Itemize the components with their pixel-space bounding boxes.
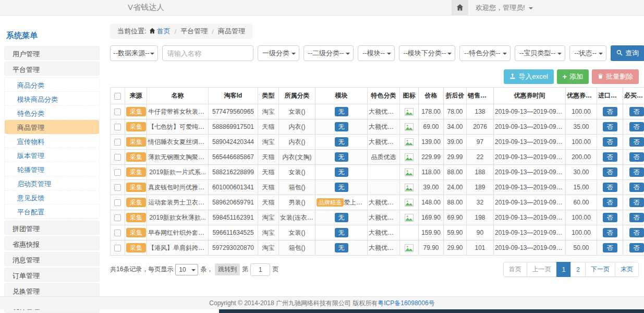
cell-module: 无	[315, 119, 368, 135]
sidebar-item-8[interactable]: 轮播管理	[5, 162, 99, 176]
filter-select-8[interactable]: --状态--	[569, 45, 606, 61]
filter-select-6[interactable]: --特色分类--	[459, 45, 510, 61]
row-checkbox[interactable]	[114, 109, 121, 115]
feature-category: 品质优选	[371, 153, 396, 161]
category: 箱包()	[289, 184, 306, 191]
cell-checkbox	[111, 180, 125, 195]
import-select-toggle[interactable]: 否	[603, 152, 617, 162]
must-buy-toggle[interactable]: 否	[629, 183, 644, 192]
name-search-input[interactable]	[162, 45, 253, 61]
plus-icon: +	[563, 73, 567, 81]
sidebar-item-9[interactable]: 启动页管理	[5, 176, 99, 190]
import-select-toggle[interactable]: 否	[603, 198, 617, 207]
filter-select-3[interactable]: --二级分类--	[303, 45, 354, 61]
filter-select-0[interactable]: --数据来源--	[110, 45, 158, 61]
cell-feature	[368, 165, 400, 180]
sidebar-item-2[interactable]: 商品分类	[5, 78, 99, 92]
sidebar-item-16[interactable]: 兑换管理	[4, 283, 100, 297]
sidebar-item-6[interactable]: 宣传物料	[5, 134, 99, 148]
cell-discount-price: 24.00	[444, 180, 467, 195]
sidebar-item-10[interactable]: 意见反馈	[5, 190, 99, 204]
row-checkbox[interactable]	[114, 154, 121, 161]
import-select-toggle[interactable]: 否	[603, 228, 617, 237]
filter-select-5[interactable]: --模块下分类--	[399, 45, 455, 61]
cell-icon	[400, 210, 419, 225]
import-select-toggle[interactable]: 否	[603, 243, 617, 252]
must-buy-toggle[interactable]: 否	[629, 152, 644, 162]
sidebar-item-5-active[interactable]: 商品管理	[5, 120, 99, 134]
source-badge: 采集	[126, 107, 146, 116]
cell-name: 早春网红针织外套女春...	[147, 225, 209, 240]
page-button-3[interactable]: 2	[570, 262, 586, 277]
must-buy-toggle[interactable]: 否	[629, 228, 644, 237]
jump-page-input[interactable]	[250, 263, 270, 276]
filter-select-4[interactable]: --模块--	[358, 45, 395, 61]
shop-type: 淘宝	[262, 229, 275, 236]
filter-select-7[interactable]: --宝贝类型--	[515, 45, 565, 61]
add-button[interactable]: + 添加	[557, 69, 589, 84]
import-select-toggle[interactable]: 否	[603, 167, 617, 177]
sidebar-item-15[interactable]: 订单管理	[4, 268, 100, 282]
product-image	[405, 168, 414, 175]
filter-select-2[interactable]: 一级分类	[258, 45, 299, 61]
sidebar-item-11[interactable]: 平台配置	[5, 204, 99, 219]
row-checkbox[interactable]	[114, 124, 121, 130]
module-badge: 无	[335, 137, 348, 147]
sidebar-item-4[interactable]: 特色分类	[5, 106, 99, 120]
import-select-toggle[interactable]: 否	[603, 122, 617, 131]
sidebar-item-0[interactable]: 用户管理	[4, 46, 100, 60]
cell-taoke-id: 589042420344	[209, 135, 258, 150]
jump-button[interactable]: 跳转到	[215, 263, 240, 275]
feature-category: 大额优惠券	[369, 199, 400, 206]
must-buy-toggle[interactable]: 否	[629, 167, 644, 177]
import-select-toggle[interactable]: 否	[603, 183, 617, 192]
filter-bar: --数据来源--一级分类--二级分类----模块----模块下分类----特色分…	[110, 45, 639, 61]
row-checkbox[interactable]	[114, 245, 121, 251]
row-checkbox[interactable]	[114, 230, 121, 236]
home-button[interactable]	[452, 0, 468, 16]
page-button-1[interactable]: 上一页	[527, 262, 557, 277]
cell-feature: 品质优选	[368, 150, 400, 165]
icp-link[interactable]: 粤ICP备16098006号	[378, 299, 434, 308]
cell-feature	[368, 180, 400, 195]
import-excel-button[interactable]: 导入excel	[504, 69, 553, 84]
per-page-select[interactable]: 10	[175, 264, 198, 275]
category: 女装()	[289, 168, 306, 176]
column-header-13: 进口优选	[597, 88, 623, 104]
sidebar-item-14[interactable]: 消息管理	[4, 252, 100, 266]
user-menu[interactable]: 欢迎您，管理员!	[476, 3, 533, 13]
sidebar-item-12[interactable]: 拼团管理	[4, 221, 100, 235]
row-checkbox[interactable]	[114, 199, 121, 206]
taoke-id: 589042420344	[212, 138, 254, 146]
row-checkbox[interactable]	[114, 169, 121, 176]
sidebar-item-13[interactable]: 省惠快报	[4, 236, 100, 250]
page-button-4[interactable]: 下一页	[585, 262, 615, 277]
page-button-5[interactable]: 末页	[615, 262, 639, 277]
breadcrumb-home-link[interactable]: 首页	[149, 27, 171, 36]
must-buy-toggle[interactable]: 否	[629, 213, 644, 222]
must-buy-toggle[interactable]: 否	[629, 198, 644, 207]
must-buy-toggle[interactable]: 否	[629, 243, 644, 252]
import-select-toggle[interactable]: 否	[603, 213, 617, 222]
page-button-0[interactable]: 首页	[503, 262, 527, 277]
must-buy-toggle[interactable]: 否	[629, 107, 644, 116]
row-checkbox[interactable]	[114, 139, 121, 146]
cell-module: 品牌精选爱上运动	[315, 195, 368, 210]
cell-type: 淘宝	[258, 210, 279, 225]
select-all-checkbox[interactable]	[114, 93, 121, 100]
sidebar-item-1[interactable]: 平台管理	[4, 62, 100, 76]
query-button[interactable]: 查询	[611, 45, 644, 61]
sidebar-item-3[interactable]: 模块商品分类	[5, 92, 99, 106]
import-select-toggle[interactable]: 否	[603, 137, 617, 147]
import-select-toggle[interactable]: 否	[603, 107, 617, 116]
cell-taoke-id: 565446685867	[209, 150, 258, 165]
batch-delete-button[interactable]: 批量删除	[592, 69, 639, 84]
row-checkbox[interactable]	[114, 214, 121, 221]
page-button-2[interactable]: 1	[556, 262, 572, 277]
must-buy-toggle[interactable]: 否	[629, 122, 644, 131]
product-image	[405, 138, 414, 145]
sidebar-item-7[interactable]: 版本管理	[5, 148, 99, 162]
must-buy-toggle[interactable]: 否	[629, 137, 644, 147]
cell-import-select: 否	[597, 165, 623, 180]
row-checkbox[interactable]	[114, 184, 121, 191]
